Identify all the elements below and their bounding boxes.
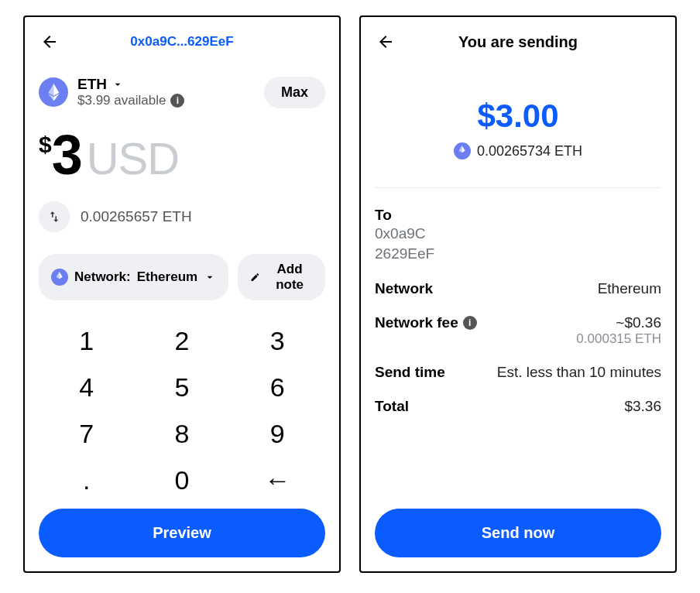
keypad-0[interactable]: 0: [134, 458, 229, 504]
total-label: Total: [375, 398, 409, 415]
topbar: 0x0a9C...629EeF: [39, 28, 325, 56]
info-icon[interactable]: i: [170, 94, 184, 108]
keypad-5[interactable]: 5: [134, 364, 229, 410]
amount-value: 3: [52, 127, 82, 183]
pencil-icon: [250, 271, 260, 283]
asset-symbol: ETH: [77, 76, 107, 93]
detail-row-total: Total $3.36: [375, 398, 661, 415]
keypad-8[interactable]: 8: [134, 411, 229, 458]
detail-row-sendtime: Send time Est. less than 10 minutes: [375, 364, 661, 381]
details-list: To 0x0a9C 2629EeF Network Ethereum Netwo…: [375, 207, 661, 415]
sendtime-value: Est. less than 10 minutes: [497, 364, 661, 381]
network-label: Network: [375, 280, 433, 297]
keypad-4[interactable]: 4: [39, 364, 134, 410]
send-confirm-screen: You are sending $3.00 0.00265734 ETH To …: [359, 15, 677, 573]
arrow-left-icon: [40, 33, 59, 51]
total-value: $3.36: [624, 398, 661, 415]
add-note-label: Add note: [266, 262, 313, 293]
keypad-9[interactable]: 9: [230, 411, 325, 458]
asset-row: ETH $3.99 available i Max: [39, 76, 325, 108]
to-label: To: [375, 207, 661, 224]
keypad-backspace[interactable]: ←: [230, 458, 325, 504]
network-name: Ethereum: [137, 269, 197, 285]
fee-label: Network fee: [375, 314, 458, 331]
chevron-down-icon: [112, 78, 124, 91]
summary-amount-sub: 0.00265734 ETH: [477, 143, 582, 159]
summary-amount-block: $3.00 0.00265734 ETH: [375, 98, 661, 159]
add-note-button[interactable]: Add note: [238, 254, 325, 300]
keypad-7[interactable]: 7: [39, 411, 134, 458]
keypad-dot[interactable]: .: [39, 458, 134, 504]
network-value: Ethereum: [598, 280, 661, 297]
swap-currency-button[interactable]: [39, 201, 70, 232]
amount-display: $ 3 USD: [39, 127, 325, 184]
currency-sign: $: [39, 132, 52, 158]
eth-icon: [51, 269, 68, 286]
swap-vertical-icon: [47, 210, 61, 224]
page-title: You are sending: [375, 33, 661, 51]
info-icon[interactable]: i: [463, 316, 477, 330]
topbar: You are sending: [375, 28, 661, 56]
summary-amount: $3.00: [375, 98, 661, 135]
currency-code: USD: [87, 132, 179, 184]
recipient-address-short: 0x0a9C...629EeF: [39, 34, 325, 50]
divider: [375, 187, 661, 188]
network-selector[interactable]: Network: Ethereum: [39, 254, 228, 300]
keypad-3[interactable]: 3: [230, 317, 325, 364]
network-prefix-label: Network:: [74, 269, 131, 285]
eth-icon: [454, 142, 471, 159]
send-now-button[interactable]: Send now: [375, 509, 661, 557]
detail-row-fee: Network fee i ~$0.36 0.000315 ETH: [375, 314, 661, 347]
preview-button[interactable]: Preview: [39, 509, 325, 557]
fee-usd: ~$0.36: [576, 314, 661, 331]
eth-icon: [39, 77, 68, 107]
converted-amount: 0.00265657 ETH: [81, 208, 192, 225]
send-amount-screen: 0x0a9C...629EeF ETH $3.99 available i Ma…: [23, 15, 341, 573]
keypad-6[interactable]: 6: [230, 364, 325, 410]
keypad-2[interactable]: 2: [134, 317, 229, 364]
fee-eth: 0.000315 ETH: [576, 331, 661, 347]
max-button[interactable]: Max: [264, 77, 325, 108]
back-button[interactable]: [39, 31, 60, 53]
asset-selector[interactable]: ETH: [77, 76, 184, 93]
detail-row-network: Network Ethereum: [375, 280, 661, 297]
to-address-line1: 0x0a9C: [375, 224, 661, 244]
chevron-down-icon: [204, 271, 216, 283]
keypad-1[interactable]: 1: [39, 317, 134, 364]
keypad: 1 2 3 4 5 6 7 8 9 . 0 ←: [39, 317, 325, 504]
to-address-line2: 2629EeF: [375, 244, 661, 264]
sendtime-label: Send time: [375, 364, 445, 381]
available-balance: $3.99 available: [77, 93, 166, 108]
